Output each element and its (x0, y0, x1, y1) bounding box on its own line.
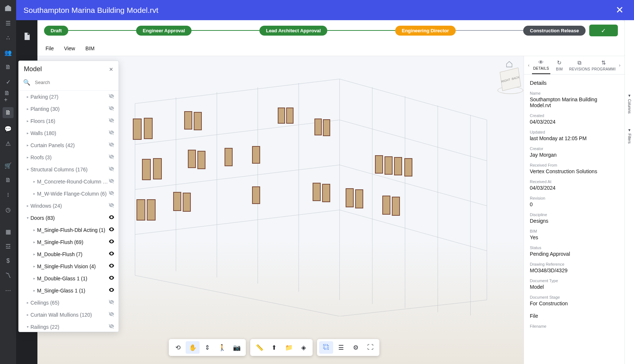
eye-off-icon[interactable] (108, 153, 115, 161)
grid-icon[interactable]: ▦ (4, 228, 12, 236)
caret-icon[interactable]: ▸ (32, 192, 36, 196)
doc-icon[interactable]: 🗎 (4, 63, 12, 71)
file-active-icon[interactable]: 🗎 (3, 107, 14, 118)
caret-icon[interactable]: ▸ (32, 264, 36, 268)
tree-item[interactable]: ▸M_Single-Flush-Dbl Acting (1) (19, 224, 119, 236)
home-icon[interactable] (506, 61, 513, 68)
caret-icon[interactable]: ▸ (25, 155, 30, 159)
fullscreen-tool[interactable]: ⛶ (363, 341, 377, 354)
caret-icon[interactable]: ▸ (25, 204, 30, 208)
model-tree[interactable]: ▸Parking (27)▸Planting (30)▸Floors (16)▸… (19, 91, 119, 332)
settings-tool[interactable]: ⚙ (349, 341, 362, 354)
logo-icon[interactable] (4, 4, 12, 12)
caret-icon[interactable]: ▸ (32, 276, 36, 280)
approve-button[interactable]: ✓ (589, 25, 618, 36)
tree-item[interactable]: ▸M_Double-Glass 1 (1) (19, 272, 119, 284)
tree-item[interactable]: ▾Railings (22) (19, 321, 119, 332)
people-icon[interactable]: 👥 (4, 48, 12, 57)
eye-off-icon[interactable] (108, 323, 115, 331)
cube-tool[interactable]: ◈ (296, 341, 310, 354)
caret-icon[interactable]: ▾ (25, 167, 30, 171)
more-icon[interactable]: ⋯ (4, 286, 12, 294)
rows-icon[interactable]: ☲ (4, 242, 12, 250)
tree-item[interactable]: ▸Roofs (3) (19, 151, 119, 163)
caret-icon[interactable]: ▸ (25, 131, 30, 135)
model-panel-close[interactable]: ✕ (109, 66, 113, 72)
eye-off-icon[interactable] (108, 202, 115, 210)
eye-off-icon[interactable] (108, 105, 115, 113)
tab-bim[interactable]: ↻BIM (550, 57, 569, 74)
close-button[interactable]: ✕ (613, 3, 627, 17)
eye-off-icon[interactable] (108, 141, 115, 149)
eye-off-icon[interactable] (108, 165, 115, 173)
eye-off-icon[interactable] (108, 117, 115, 125)
caret-icon[interactable]: ▸ (25, 95, 30, 99)
page-icon[interactable]: 🗎 (4, 176, 12, 184)
menu-bim[interactable]: BIM (85, 46, 95, 51)
filters-toggle[interactable]: ▼Filters (627, 128, 631, 143)
tabs-next[interactable]: › (616, 63, 623, 68)
org-icon[interactable]: ⛬ (4, 34, 12, 42)
model-search-input[interactable] (33, 77, 114, 87)
caret-icon[interactable]: ▸ (25, 301, 30, 305)
eye-off-icon[interactable] (108, 190, 115, 197)
eye-off-icon[interactable] (108, 311, 115, 318)
chart-icon[interactable]: 〽 (4, 272, 12, 280)
eye-open-icon[interactable] (108, 274, 115, 282)
eye-off-icon[interactable] (108, 93, 115, 101)
eye-open-icon[interactable] (108, 287, 115, 294)
menu-view[interactable]: View (64, 46, 75, 51)
warn-icon[interactable]: ⚠ (4, 139, 12, 148)
eye-off-icon[interactable] (108, 178, 115, 185)
list-icon[interactable]: ☰ (4, 19, 12, 27)
eye-open-icon[interactable] (108, 238, 115, 246)
workflow-step-engineer[interactable]: Engineer Approval (136, 26, 192, 36)
menu-file[interactable]: File (45, 46, 54, 51)
orbit-tool[interactable]: ⟲ (171, 341, 185, 354)
caret-icon[interactable]: ▸ (25, 107, 30, 111)
tree-item[interactable]: ▾Doors (83) (19, 212, 119, 224)
drag-icon[interactable]: ⫶ (4, 191, 12, 199)
caret-icon[interactable]: ▸ (25, 119, 30, 123)
caret-icon[interactable]: ▸ (25, 313, 30, 317)
caret-icon[interactable]: ▸ (32, 179, 36, 183)
tree-item[interactable]: ▸M_Single-Flush (69) (19, 236, 119, 248)
tree-item[interactable]: ▸Walls (180) (19, 127, 119, 139)
tree-item[interactable]: ▸Parking (27) (19, 91, 119, 103)
camera-tool[interactable]: 📷 (230, 341, 244, 354)
chat-icon[interactable]: 💬 (4, 125, 12, 133)
eye-off-icon[interactable] (108, 299, 115, 306)
tab-details[interactable]: 👁DETAILS (532, 56, 550, 74)
workflow-step-construction-release[interactable]: Construction Release (523, 26, 586, 36)
tabs-prev[interactable]: ‹ (525, 63, 532, 68)
caret-icon[interactable]: ▸ (32, 288, 36, 292)
tree-item[interactable]: ▸Curtain Panels (42) (19, 139, 119, 151)
tree-item[interactable]: ▸M_Single-Flush Vision (4) (19, 260, 119, 272)
workflow-step-draft[interactable]: Draft (44, 26, 68, 36)
tree-item[interactable]: ▸Ceilings (65) (19, 296, 119, 309)
folder-tool[interactable]: 📁 (282, 341, 296, 354)
eye-open-icon[interactable] (108, 214, 115, 222)
document-icon[interactable] (22, 31, 31, 41)
anchor-tool[interactable]: ⇕ (200, 341, 214, 354)
eye-open-icon[interactable] (108, 262, 115, 270)
workflow-step-engineering-director[interactable]: Engineering Director (395, 26, 456, 36)
tree-item[interactable]: ▸Planting (30) (19, 103, 119, 115)
cart-icon[interactable]: 🛒 (4, 161, 12, 170)
tree-item[interactable]: ▾Structural Columns (176) (19, 163, 119, 175)
eye-open-icon[interactable] (108, 226, 115, 234)
measure-tool[interactable]: 📏 (252, 341, 266, 354)
caret-icon[interactable]: ▸ (32, 252, 36, 256)
check-icon[interactable]: ✓ (4, 78, 12, 86)
columns-toggle[interactable]: ▼Columns (627, 94, 631, 113)
eye-open-icon[interactable] (108, 250, 115, 258)
viewcube[interactable]: RIGHTBACK (495, 70, 526, 101)
tree-item[interactable]: ▸Floors (16) (19, 115, 119, 127)
tree-item[interactable]: ▸M_Concrete-Round-Column (170) (19, 175, 119, 188)
tree-item[interactable]: ▸Windows (24) (19, 200, 119, 212)
workflow-step-lead-architect[interactable]: Lead Architect Approval (259, 26, 327, 36)
tree-item[interactable]: ▸M_W-Wide Flange-Column (6) (19, 188, 119, 200)
properties-tool[interactable]: ☰ (334, 341, 348, 354)
caret-icon[interactable]: ▾ (25, 325, 30, 329)
pan-tool[interactable]: ✋ (186, 341, 200, 354)
